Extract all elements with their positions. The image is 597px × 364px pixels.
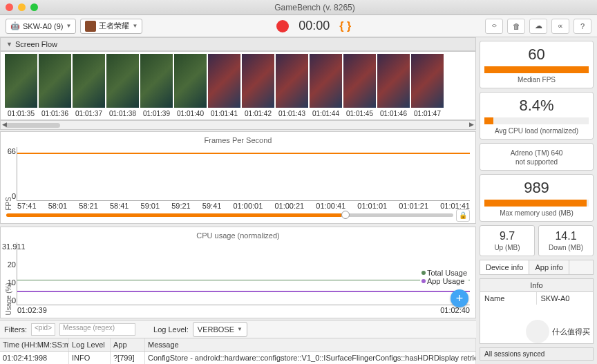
upload-card[interactable]: 9.7 Up (MB) bbox=[480, 225, 535, 256]
thumbnail-image bbox=[377, 54, 410, 108]
cpu-label: Avg CPU load (normalized) bbox=[484, 127, 589, 135]
thumbnail-time: 01:01:35 bbox=[8, 110, 35, 117]
thumbnail-time: 01:01:43 bbox=[278, 110, 305, 117]
tab-device-info[interactable]: Device info bbox=[480, 260, 529, 274]
device-dropdown[interactable]: 🤖 SKW-A0 (9) ▼ bbox=[6, 19, 76, 34]
thumbnail[interactable]: 01:01:45 bbox=[343, 54, 376, 117]
log-header: Time (HH:MM:SS:ms) Log Level App Message bbox=[0, 338, 476, 352]
cpu-card[interactable]: 8.4% Avg CPU load (normalized) bbox=[480, 92, 594, 140]
thumbnail-time: 01:01:41 bbox=[211, 110, 238, 117]
log-row[interactable]: 01:02:41:998 INFO ?[799] ConfigStore - a… bbox=[0, 352, 476, 364]
main: ▼ Screen Flow 01:01:3501:01:3601:01:3701… bbox=[0, 37, 597, 364]
gpu-status: not supported bbox=[484, 158, 589, 166]
device-label: SKW-A0 (9) bbox=[23, 22, 63, 30]
thumbnail[interactable]: 01:01:42 bbox=[242, 54, 274, 117]
thumbnail-image bbox=[106, 54, 139, 108]
thumbnail-time: 01:01:46 bbox=[380, 110, 407, 117]
chevron-down-icon: ▼ bbox=[132, 23, 138, 29]
thumbnail-time: 01:01:45 bbox=[346, 110, 373, 117]
loglevel-label: Log Level: bbox=[153, 325, 189, 334]
thumbnail-time: 01:01:38 bbox=[109, 110, 136, 117]
gpu-card[interactable]: Adreno (TM) 640 not supported bbox=[480, 143, 594, 171]
braces-icon[interactable]: { } bbox=[339, 20, 351, 32]
thumbnail-time: 01:01:42 bbox=[245, 110, 272, 117]
fps-line bbox=[17, 153, 470, 154]
fps-chart: Frames Per Second FPS 660 57:4158:0158:2… bbox=[0, 131, 476, 224]
thumbnail-image bbox=[39, 54, 71, 108]
thumbnail-scrollbar[interactable]: ◀▶ bbox=[0, 120, 476, 130]
add-button[interactable]: + bbox=[451, 289, 468, 307]
loglevel-value: VERBOSE bbox=[198, 325, 234, 334]
close-icon[interactable] bbox=[6, 3, 13, 11]
thumbnail-time: 01:01:47 bbox=[414, 110, 441, 117]
info-tabs: Device info App info bbox=[480, 260, 594, 275]
thumbnail[interactable]: 01:01:38 bbox=[106, 54, 139, 117]
cloud-upload-icon[interactable]: ☁ bbox=[529, 19, 547, 34]
gpu-name: Adreno (TM) 640 bbox=[484, 149, 589, 157]
zoom-icon[interactable] bbox=[30, 3, 38, 11]
thumbnail-image bbox=[343, 54, 376, 108]
app-dropdown[interactable]: 王者荣耀 ▼ bbox=[80, 19, 142, 34]
cpu-legend: Total Usage App Usage bbox=[420, 267, 468, 287]
thumbnail[interactable]: 01:01:41 bbox=[208, 54, 240, 117]
thumbnail[interactable]: 01:01:46 bbox=[377, 54, 410, 117]
thumbnail-time: 01:01:39 bbox=[143, 110, 170, 117]
fps-card[interactable]: 60 Median FPS bbox=[480, 41, 594, 88]
cpu-plot[interactable]: 31.91120100 01:02:3901:02:40 Total Usage… bbox=[17, 242, 470, 306]
message-input[interactable]: Message (regex) bbox=[59, 323, 135, 336]
loglevel-dropdown[interactable]: VERBOSE▼ bbox=[193, 322, 247, 337]
info-header: Info bbox=[480, 279, 593, 292]
thumbnail[interactable]: 01:01:47 bbox=[411, 54, 444, 117]
slider-thumb[interactable] bbox=[341, 211, 350, 219]
thumbnail[interactable]: 01:01:37 bbox=[73, 54, 105, 117]
status-bar: All sessions synced bbox=[480, 347, 594, 361]
chevron-down-icon: ▼ bbox=[66, 23, 71, 29]
screenflow-header[interactable]: ▼ Screen Flow bbox=[0, 37, 476, 51]
app-label: 王者荣耀 bbox=[99, 21, 129, 31]
thumbnail[interactable]: 01:01:44 bbox=[310, 54, 342, 117]
memory-card[interactable]: 989 Max memory used (MB) bbox=[480, 174, 594, 222]
collapse-icon: ▼ bbox=[6, 41, 12, 48]
trash-icon[interactable]: 🗑 bbox=[507, 19, 525, 34]
minimize-icon[interactable] bbox=[18, 3, 26, 11]
app-usage-line bbox=[17, 291, 470, 292]
record-button[interactable] bbox=[276, 20, 289, 32]
info-table: Info Name SKW-A0 bbox=[480, 278, 594, 344]
fps-label: Median FPS bbox=[484, 76, 589, 84]
titlebar: GameBench (v. 8265) bbox=[0, 0, 597, 15]
fps-range-slider[interactable]: 🔒 bbox=[3, 211, 473, 220]
thumbnail-strip[interactable]: 01:01:3501:01:3601:01:3701:01:3801:01:39… bbox=[0, 51, 476, 120]
thumbnail[interactable]: 01:01:39 bbox=[140, 54, 173, 117]
thumbnail[interactable]: 01:01:36 bbox=[39, 54, 71, 117]
legend-app: App Usage bbox=[427, 277, 464, 285]
thumbnail-time: 01:01:36 bbox=[41, 110, 68, 117]
thumbnail-image bbox=[310, 54, 342, 108]
fps-plot[interactable]: 660 57:4158:0158:2158:4159:0159:2159:410… bbox=[17, 147, 470, 201]
chevron-down-icon: ▼ bbox=[237, 326, 243, 332]
share-icon[interactable]: ∝ bbox=[551, 19, 569, 34]
android-icon: 🤖 bbox=[10, 21, 20, 30]
thumbnail[interactable]: 01:01:43 bbox=[276, 54, 308, 117]
mem-value: 989 bbox=[484, 179, 589, 197]
col-time[interactable]: Time (HH:MM:SS:ms) bbox=[0, 338, 69, 351]
wifi-icon[interactable]: ⌔ bbox=[485, 19, 503, 34]
tab-app-info[interactable]: App info bbox=[529, 260, 569, 274]
thumbnail[interactable]: 01:01:40 bbox=[174, 54, 207, 117]
col-msg[interactable]: Message bbox=[145, 338, 476, 351]
app-icon bbox=[85, 21, 96, 32]
help-icon[interactable]: ? bbox=[574, 19, 591, 34]
thumbnail[interactable]: 01:01:35 bbox=[5, 54, 37, 117]
filters-label: Filters: bbox=[4, 325, 27, 334]
mem-label: Max memory used (MB) bbox=[484, 209, 589, 217]
right-panel: 60 Median FPS 8.4% Avg CPU load (normali… bbox=[476, 37, 597, 364]
left-panel: ▼ Screen Flow 01:01:3501:01:3601:01:3701… bbox=[0, 37, 476, 364]
up-label: Up (MB) bbox=[484, 244, 530, 251]
thumbnail-image bbox=[174, 54, 207, 108]
download-card[interactable]: 14.1 Down (MB) bbox=[538, 225, 594, 256]
pid-input[interactable]: <pid> bbox=[31, 323, 55, 336]
col-level[interactable]: Log Level bbox=[69, 338, 111, 351]
traffic-lights bbox=[6, 3, 38, 11]
total-usage-line bbox=[17, 280, 470, 281]
col-app[interactable]: App bbox=[111, 338, 145, 351]
lock-icon[interactable]: 🔒 bbox=[456, 209, 470, 222]
